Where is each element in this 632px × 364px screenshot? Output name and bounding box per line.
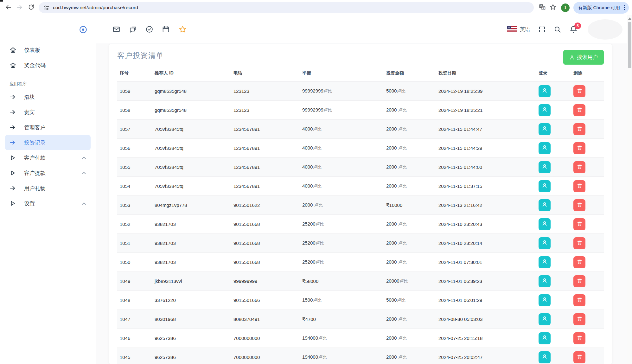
- fullscreen-icon[interactable]: [538, 26, 546, 33]
- sidebar-item-manage-customers[interactable]: 管理客户: [5, 120, 91, 135]
- table-row: 1057 705vf33845tq 1234567891 4000卢比 2000…: [117, 119, 604, 138]
- login-button[interactable]: [539, 142, 551, 154]
- login-button[interactable]: [539, 237, 551, 249]
- notification-badge: 5: [574, 22, 581, 29]
- sidebar-item-user-gifts[interactable]: 用户礼物: [5, 181, 91, 196]
- bookmark-button[interactable]: [548, 2, 559, 13]
- login-button[interactable]: [539, 218, 551, 230]
- star-icon[interactable]: [178, 25, 187, 34]
- currency-unit: 卢比: [316, 221, 324, 227]
- login-button[interactable]: [539, 294, 551, 306]
- delete-button[interactable]: [573, 256, 585, 268]
- table-row: 1056 705vf33845tq 1234567891 4000卢比 2000…: [117, 138, 604, 157]
- delete-button[interactable]: [573, 85, 585, 97]
- currency-unit: 卢比: [316, 240, 324, 246]
- chat-icon[interactable]: [129, 25, 137, 33]
- browser-reload-button[interactable]: [25, 2, 37, 13]
- page-scrollbar[interactable]: [627, 15, 632, 364]
- kebab-menu-icon[interactable]: [621, 4, 628, 11]
- sidebar-item-bonus-code[interactable]: 奖金代码: [5, 58, 91, 73]
- delete-button[interactable]: [573, 142, 585, 154]
- sidebar-item-slider[interactable]: 滑块: [5, 89, 91, 105]
- delete-button[interactable]: [573, 332, 585, 344]
- notifications-button[interactable]: 5: [569, 25, 578, 34]
- currency-unit: 卢比: [398, 354, 407, 360]
- browser-back-button[interactable]: [3, 2, 14, 13]
- cell-phone: 9015501668: [231, 221, 300, 227]
- sidebar-item-customer-payments[interactable]: 客户付款: [5, 150, 91, 165]
- page-title: 客户投资清单: [117, 51, 164, 61]
- table-row: 1053 804mgz1vp778 9015501622 2000 卢比 ₹10…: [117, 195, 604, 214]
- user-avatar[interactable]: [588, 19, 622, 40]
- login-button[interactable]: [539, 275, 551, 287]
- login-button[interactable]: [539, 332, 551, 344]
- cell-balance: ₹58000: [300, 278, 384, 284]
- delete-button[interactable]: [573, 123, 585, 135]
- person-icon: [569, 55, 575, 60]
- cell-investment-date: 2024-11-01 06:01:29: [436, 297, 533, 303]
- main-area: 英语 5 客户投资清单 搜索用户: [96, 15, 627, 364]
- login-button[interactable]: [539, 161, 551, 173]
- table-body: 1059 gqm8535gr548 123123 99992999卢比 5000…: [117, 81, 604, 364]
- table-row: 1045 96257386 7000000000 194000卢比 2000 卢…: [117, 348, 604, 364]
- arrow-right-icon: [10, 124, 16, 131]
- person-icon: [541, 354, 548, 361]
- profile-avatar[interactable]: 1: [561, 3, 570, 12]
- mail-icon[interactable]: [112, 25, 120, 33]
- delete-button[interactable]: [573, 104, 585, 116]
- site-settings-icon[interactable]: [43, 4, 50, 11]
- browser-forward-button[interactable]: [14, 2, 25, 13]
- sidebar-item-label: 投资记录: [24, 139, 46, 146]
- language-switcher[interactable]: 英语: [507, 26, 530, 33]
- sidebar-item-investment-records[interactable]: 投资记录: [5, 135, 91, 150]
- login-button[interactable]: [539, 104, 551, 116]
- login-button[interactable]: [539, 180, 551, 192]
- delete-button[interactable]: [573, 351, 585, 363]
- check-circle-icon[interactable]: [145, 25, 153, 33]
- trash-icon: [577, 202, 583, 209]
- delete-button[interactable]: [573, 218, 585, 230]
- translate-button[interactable]: G文: [537, 2, 548, 13]
- cell-phone: 9015501668: [231, 240, 300, 246]
- person-icon: [541, 144, 548, 152]
- cell-serial: 1053: [117, 202, 152, 208]
- delete-button[interactable]: [573, 180, 585, 192]
- column-header: 推荐人 ID: [152, 70, 231, 76]
- delete-button[interactable]: [573, 161, 585, 173]
- delete-button[interactable]: [573, 275, 585, 287]
- delete-button[interactable]: [573, 199, 585, 211]
- cell-investment-amount: 2000 卢比: [384, 126, 436, 132]
- sidebar-collapse-button[interactable]: [79, 25, 87, 35]
- person-icon: [541, 316, 548, 323]
- login-button[interactable]: [539, 199, 551, 211]
- delete-button[interactable]: [573, 237, 585, 249]
- cell-balance: 194000卢比: [300, 335, 384, 341]
- login-button[interactable]: [539, 85, 551, 97]
- chrome-update-chip[interactable]: 有新版 Chrome 可用: [573, 2, 629, 14]
- trash-icon: [577, 88, 583, 95]
- triangle-right-icon: [10, 170, 16, 176]
- scrollbar-thumb[interactable]: [628, 22, 631, 68]
- sidebar-item-customer-withdrawals[interactable]: 客户提款: [5, 165, 91, 181]
- search-icon[interactable]: [554, 26, 561, 33]
- column-header: 登录: [533, 70, 568, 76]
- sidebar-item-vip[interactable]: 贵宾: [5, 105, 91, 120]
- login-button[interactable]: [539, 123, 551, 135]
- login-button[interactable]: [539, 256, 551, 268]
- delete-button[interactable]: [573, 313, 585, 325]
- cell-phone: 7000000000: [231, 335, 300, 341]
- address-bar[interactable]: cod.hwymw.net/admin/purchase/record: [39, 2, 534, 13]
- calendar-icon[interactable]: [162, 25, 170, 33]
- login-button[interactable]: [539, 351, 551, 363]
- search-user-button[interactable]: 搜索用户: [563, 50, 604, 65]
- column-header: 投资日期: [436, 70, 533, 76]
- scrollbar-up-arrow[interactable]: [628, 17, 631, 20]
- login-button[interactable]: [539, 313, 551, 325]
- search-user-label: 搜索用户: [577, 54, 598, 61]
- cell-investment-date: 2024-11-10 23:20:43: [436, 221, 533, 227]
- cell-serial: 1057: [117, 126, 152, 132]
- delete-button[interactable]: [573, 294, 585, 306]
- currency-unit: 卢比: [398, 183, 407, 188]
- sidebar-item-dashboard[interactable]: 仪表板: [5, 42, 91, 58]
- sidebar-item-settings[interactable]: 设置: [5, 196, 91, 211]
